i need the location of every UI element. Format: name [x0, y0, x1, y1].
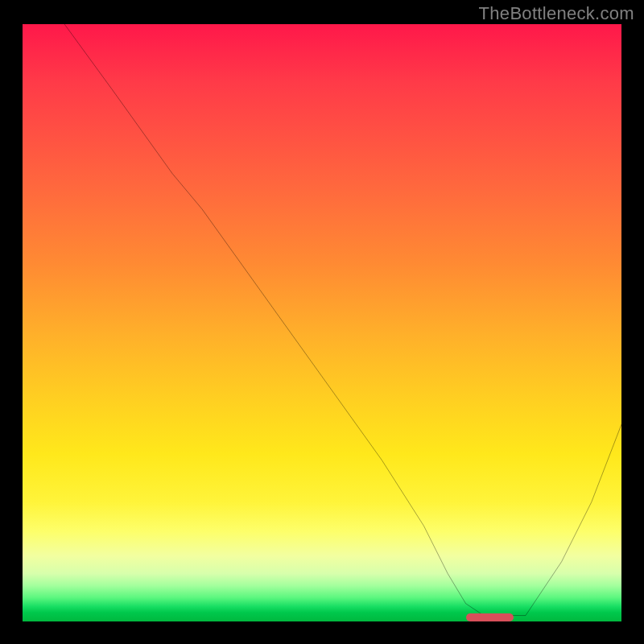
watermark-text: TheBottleneck.com	[479, 3, 634, 24]
bottleneck-chart: TheBottleneck.com	[0, 0, 644, 644]
optimal-marker	[466, 613, 514, 621]
curve-svg	[23, 24, 621, 621]
plot-area	[23, 24, 621, 621]
bottleneck-curve	[64, 24, 621, 616]
